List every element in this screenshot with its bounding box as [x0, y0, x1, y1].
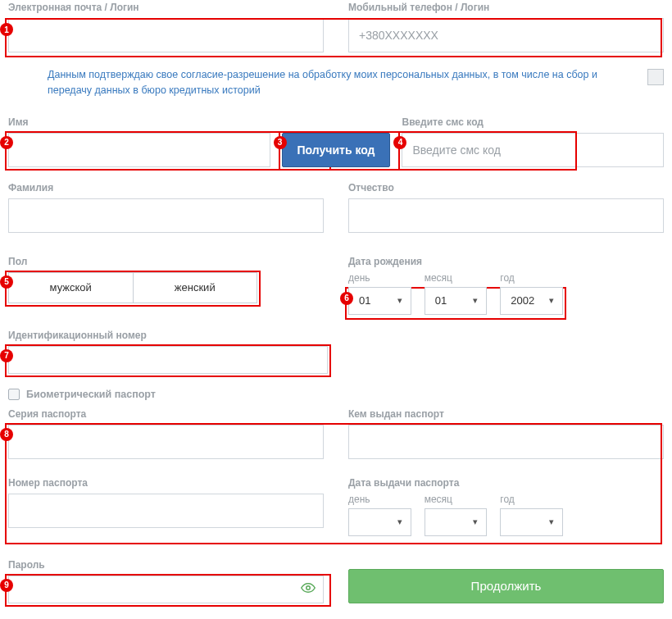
dob-month-select[interactable]: 01 — [425, 287, 488, 315]
id-number-input[interactable] — [8, 346, 328, 374]
first-name-input[interactable] — [8, 133, 270, 167]
submit-button[interactable]: Продолжить — [348, 569, 664, 603]
marker-4: 4 — [393, 136, 406, 149]
email-label: Электронная почта / Логин — [8, 2, 324, 13]
biometric-label: Биометрический паспорт — [26, 389, 156, 400]
eye-icon[interactable] — [301, 580, 316, 599]
last-name-input[interactable] — [8, 198, 324, 233]
phone-label: Мобильный телефон / Логин — [348, 2, 664, 13]
passport-date-year-label: год — [500, 494, 563, 505]
consent-checkbox[interactable] — [647, 69, 664, 85]
biometric-checkbox[interactable] — [8, 389, 20, 400]
consent-text: Данным подтверждаю свое согласие-разреше… — [48, 67, 623, 98]
marker-1: 1 — [0, 23, 13, 36]
gender-male-button[interactable]: мужской — [9, 273, 133, 303]
id-number-label: Идентификационный номер — [8, 330, 328, 341]
passport-date-year-select[interactable] — [500, 508, 563, 536]
passport-date-day-select[interactable] — [348, 508, 411, 536]
dob-label: Дата рождения — [348, 256, 664, 267]
phone-input[interactable] — [348, 18, 664, 52]
sms-code-label: Введите смс код — [402, 116, 664, 128]
passport-issued-by-label: Кем выдан паспорт — [348, 408, 664, 420]
passport-date-day-label: день — [348, 494, 411, 505]
password-label: Пароль — [8, 559, 324, 571]
svg-point-0 — [306, 585, 311, 589]
password-input[interactable] — [8, 576, 324, 603]
gender-label: Пол — [8, 256, 324, 267]
patronymic-input[interactable] — [348, 198, 664, 233]
dob-day-label: день — [348, 272, 411, 284]
passport-number-label: Номер паспорта — [8, 477, 324, 489]
first-name-label: Имя — [8, 116, 270, 128]
dob-day-select[interactable]: 01 — [348, 287, 411, 315]
dob-year-label: год — [500, 272, 563, 284]
passport-series-label: Серия паспорта — [8, 408, 324, 420]
marker-7: 7 — [0, 349, 13, 362]
passport-date-month-label: месяц — [425, 494, 488, 505]
passport-issued-by-input[interactable] — [348, 425, 664, 459]
gender-female-button[interactable]: женский — [133, 273, 257, 303]
get-code-button[interactable]: Получить код — [282, 133, 391, 167]
marker-5: 5 — [0, 275, 13, 289]
last-name-label: Фамилия — [8, 182, 324, 193]
marker-8: 8 — [0, 428, 13, 441]
marker-9: 9 — [0, 579, 13, 592]
dob-month-label: месяц — [425, 272, 488, 284]
email-input[interactable] — [8, 18, 324, 52]
sms-code-input[interactable] — [402, 133, 664, 167]
dob-year-select[interactable]: 2002 — [500, 287, 563, 315]
marker-6: 6 — [340, 292, 353, 305]
patronymic-label: Отчество — [348, 182, 664, 193]
marker-2: 2 — [0, 136, 13, 149]
passport-number-input[interactable] — [8, 494, 324, 528]
passport-date-month-select[interactable] — [425, 508, 488, 536]
marker-3: 3 — [274, 136, 287, 149]
passport-series-input[interactable] — [8, 425, 324, 459]
passport-date-label: Дата выдачи паспорта — [348, 477, 664, 489]
